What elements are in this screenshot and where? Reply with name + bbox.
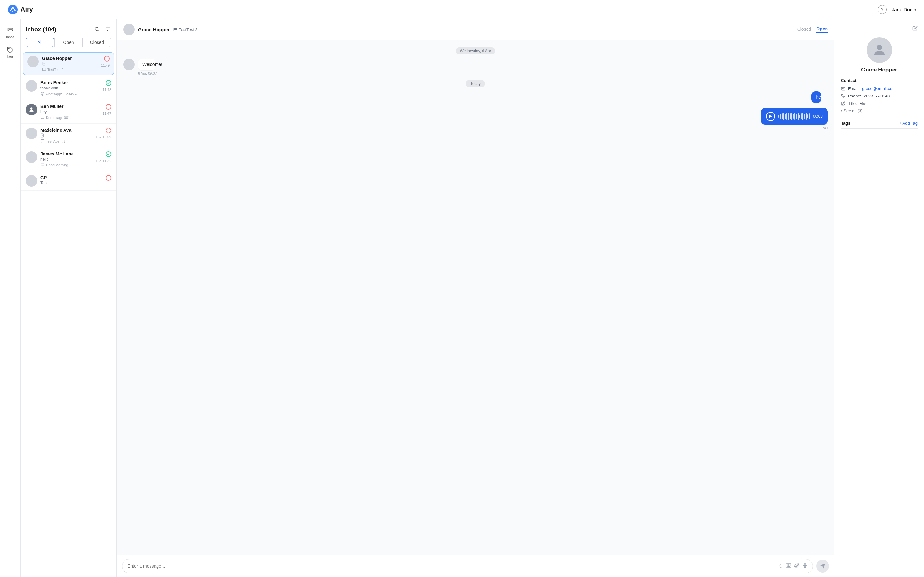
conv-name: Madeleine Ava [40, 127, 92, 133]
phone-icon [841, 94, 845, 98]
see-all-label: See all (3) [843, 108, 863, 113]
avatar [26, 175, 37, 187]
conv-item-cp[interactable]: CP Test [21, 171, 116, 191]
emoji-button[interactable]: ☺ [778, 563, 783, 569]
conv-list-actions [94, 26, 111, 34]
conv-info: Grace Hopper TestTest 2 [42, 56, 97, 71]
conv-time: Tue 15:53 [95, 135, 111, 139]
help-button[interactable]: ? [878, 5, 887, 14]
title-label: Title: [848, 101, 857, 106]
conv-time: Tue 11:32 [95, 159, 111, 163]
title-value: Mrs [859, 101, 867, 106]
conversation-list: Inbox (104) All Open Closed [21, 19, 117, 577]
edit-button[interactable] [913, 26, 918, 32]
status-open-icon [104, 56, 110, 61]
status-closed-icon [105, 80, 111, 86]
chat-header: Grace Hopper TestTest 2 Closed Open [117, 19, 834, 40]
conv-info: Boris Becker thank you! whatsapp:+123456… [40, 80, 99, 96]
chat-contact-name: Grace Hopper [138, 27, 170, 32]
avatar [26, 80, 37, 92]
conv-item-madeleine-ava[interactable]: Madeleine Ava Test Agent 3 [21, 124, 116, 147]
conv-info: CP Test [40, 175, 102, 185]
msg-bubble-outgoing: hey [811, 91, 821, 103]
message-row-audio: 00:03 11:49 [123, 108, 828, 130]
chat-icon [40, 163, 45, 167]
conv-channel: Test Agent 3 [40, 139, 92, 143]
user-menu[interactable]: Jane Doe ▾ [892, 7, 916, 12]
conv-item-boris-becker[interactable]: Boris Becker thank you! whatsapp:+123456… [21, 76, 116, 100]
contact-avatar [867, 37, 892, 63]
logo-icon [8, 5, 18, 15]
conversation-items: Grace Hopper TestTest 2 [21, 51, 116, 577]
tags-title: Tags [841, 121, 850, 126]
status-tab-closed[interactable]: Closed [797, 27, 811, 32]
email-value[interactable]: grace@email.co [862, 86, 892, 91]
channel-name: Test Agent 3 [46, 139, 65, 143]
logo[interactable]: Airy [8, 5, 33, 15]
conv-item-ben-muller[interactable]: Ben Müller hey Demopage 001 11:47 [21, 100, 116, 124]
sidebar: Inbox Tags [0, 19, 21, 577]
channel-name: whatsapp:+1234567 [46, 92, 78, 96]
conv-meta: 11:47 [102, 104, 111, 115]
sidebar-label-tags: Tags [7, 55, 13, 58]
conv-item-james-mclane[interactable]: James Mc Lane hello! Good Morning Tue 11… [21, 147, 116, 171]
filter-button[interactable] [104, 26, 111, 34]
search-button[interactable] [94, 26, 100, 34]
svg-point-6 [31, 107, 33, 110]
channel-name: TestTest 2 [47, 68, 63, 71]
chat-icon [42, 67, 46, 71]
add-tag-button[interactable]: + Add Tag [899, 121, 918, 126]
filter-tab-all[interactable]: All [26, 37, 54, 47]
chat-avatar [123, 24, 135, 35]
conv-time: 11:48 [102, 88, 111, 92]
avatar-dark [26, 104, 37, 115]
send-button[interactable] [816, 560, 829, 572]
see-all-button[interactable]: › See all (3) [841, 108, 918, 113]
tags-section: Tags + Add Tag [841, 121, 918, 129]
status-tab-open[interactable]: Open [816, 26, 828, 33]
keyboard-button[interactable] [786, 563, 792, 569]
whatsapp-icon [40, 92, 45, 96]
microphone-button[interactable] [803, 562, 808, 570]
conv-time: 11:49 [101, 63, 110, 67]
audio-play-button[interactable] [766, 112, 775, 121]
contact-section: Contact Email: grace@email.co Phone: 202… [841, 78, 918, 113]
chevron-right-icon: › [841, 108, 842, 113]
date-divider-wednesday: Wednesday, 6 Apr [123, 48, 828, 53]
avatar-person-icon [871, 42, 887, 58]
tags-divider [841, 128, 918, 129]
contact-phone-field: Phone: 202-555-0143 [841, 93, 918, 98]
tag-icon [7, 47, 14, 53]
audio-bubble: 00:03 [761, 108, 828, 125]
phone-value: 202-555-0143 [864, 93, 890, 98]
conv-name: Grace Hopper [42, 56, 97, 61]
date-divider-today: Today [123, 81, 828, 86]
keyboard-icon [786, 563, 792, 568]
user-name: Jane Doe [892, 7, 913, 12]
svg-point-3 [95, 27, 99, 31]
sidebar-item-tags[interactable]: Tags [7, 47, 14, 58]
svg-rect-11 [841, 87, 845, 90]
conv-meta: Tue 15:53 [95, 127, 111, 139]
attachment-button[interactable] [794, 562, 800, 570]
msg-time: 6 Apr, 09:07 [138, 71, 167, 75]
channel-name: Demopage 001 [46, 116, 70, 119]
msg-content: 00:03 11:49 [761, 108, 828, 130]
message-input[interactable] [128, 564, 778, 569]
message-input-wrapper: ☺ [122, 559, 813, 573]
contact-section-title: Contact [841, 78, 918, 83]
conv-item-grace-hopper[interactable]: Grace Hopper TestTest 2 [23, 52, 114, 75]
message-row-welcome: Welcome! 6 Apr, 09:07 [123, 59, 828, 75]
filter-tab-open[interactable]: Open [54, 37, 83, 47]
sidebar-item-inbox[interactable]: Inbox [6, 27, 14, 39]
msg-content: hey [811, 91, 828, 103]
filter-tab-closed[interactable]: Closed [83, 37, 111, 47]
avatar [26, 151, 37, 163]
status-open-icon [105, 104, 111, 110]
chat-input-area: ☺ [117, 555, 834, 577]
contact-name: Grace Hopper [841, 67, 918, 73]
check-icon [107, 81, 110, 85]
msg-bubble: Welcome! [138, 59, 155, 70]
date-label: Today [466, 80, 485, 87]
conv-list-header: Inbox (104) [21, 19, 116, 37]
